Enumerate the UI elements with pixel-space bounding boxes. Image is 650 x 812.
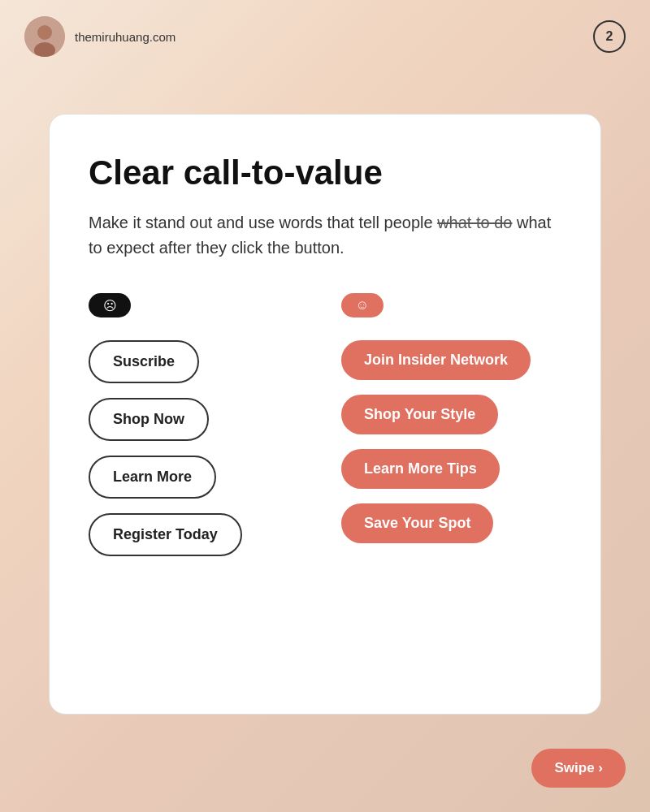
card-description: Make it stand out and use words that tel… <box>89 210 561 261</box>
column-right: ☺ Join Insider Network Shop Your Style L… <box>341 293 561 543</box>
left-badge: ☹ <box>89 293 131 317</box>
join-insider-network-button[interactable]: Join Insider Network <box>341 340 531 380</box>
right-badge-emoji: ☺ <box>356 298 369 313</box>
shop-your-style-button[interactable]: Shop Your Style <box>341 395 498 434</box>
register-today-button[interactable]: Register Today <box>89 513 242 556</box>
main-card: Clear call-to-value Make it stand out an… <box>49 114 601 715</box>
avatar <box>24 16 65 57</box>
column-left: ☹ Suscribe Shop Now Learn More Register … <box>89 293 309 556</box>
brand: themiruhuang.com <box>24 16 176 57</box>
learn-more-button[interactable]: Learn More <box>89 456 216 499</box>
description-strikethrough: what to do <box>437 214 512 231</box>
comparison-section: ☹ Suscribe Shop Now Learn More Register … <box>89 293 561 556</box>
description-text-1: Make it stand out and use words that tel… <box>89 214 437 231</box>
brand-name: themiruhuang.com <box>75 30 176 44</box>
shop-now-button[interactable]: Shop Now <box>89 398 209 441</box>
subscribe-button[interactable]: Suscribe <box>89 340 199 383</box>
top-bar: themiruhuang.com 2 <box>0 0 650 73</box>
svg-point-1 <box>37 25 52 40</box>
page-number: 2 <box>593 20 626 53</box>
learn-more-tips-button[interactable]: Learn More Tips <box>341 449 500 489</box>
card-title: Clear call-to-value <box>89 153 561 192</box>
right-badge: ☺ <box>341 293 384 317</box>
left-badge-emoji: ☹ <box>103 298 117 313</box>
swipe-button[interactable]: Swipe › <box>531 749 626 788</box>
swipe-label: Swipe › <box>554 760 603 776</box>
save-your-spot-button[interactable]: Save Your Spot <box>341 503 493 543</box>
